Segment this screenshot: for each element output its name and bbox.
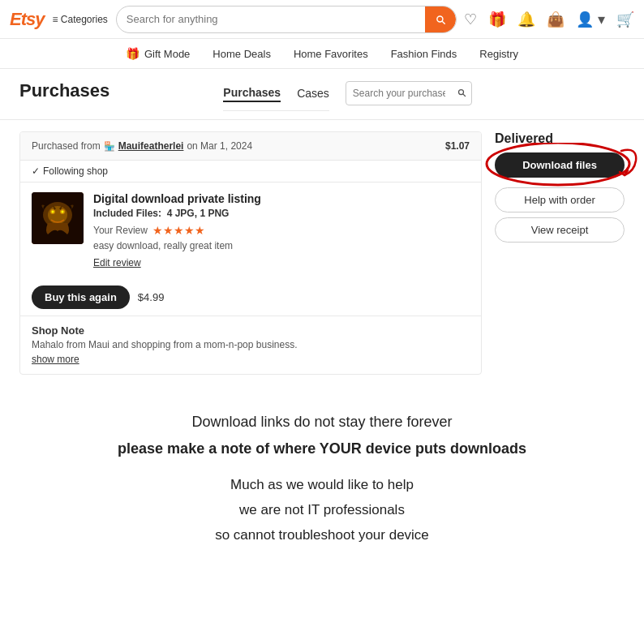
delivered-status: Delivered xyxy=(495,131,625,146)
buy-again-price: $4.99 xyxy=(138,291,165,303)
shop-note-label: Shop Note xyxy=(32,324,470,337)
purchased-from-label: Purchased from xyxy=(32,140,101,152)
help-with-order-button[interactable]: Help with order xyxy=(495,187,625,213)
search-submit-button[interactable] xyxy=(425,6,456,33)
search-input[interactable] xyxy=(117,13,425,25)
bottom-message: Download links do not stay there forever… xyxy=(0,386,644,573)
purchases-header: Purchases Purchases Cases xyxy=(0,69,644,120)
subnav-home-deals-label: Home Deals xyxy=(213,48,271,60)
cart-icon[interactable]: 🛒 xyxy=(616,11,634,28)
product-name: Digital download private listing xyxy=(93,192,470,205)
stars-display: ★★★★★ xyxy=(152,224,205,237)
main-content: Purchased from 🏪 Mauifeatherlei on Mar 1… xyxy=(0,120,644,386)
download-wrapper: Download files xyxy=(495,152,625,182)
subnav-registry[interactable]: Registry xyxy=(479,48,518,60)
following-label: Following shop xyxy=(43,165,108,177)
notification-icon[interactable]: 🔔 xyxy=(517,11,535,28)
search-bar xyxy=(116,6,457,33)
product-details: Digital download private listing Include… xyxy=(93,192,470,269)
svg-point-6 xyxy=(62,211,64,213)
wishlist-icon[interactable]: ♡ xyxy=(464,11,477,28)
order-from: Purchased from 🏪 Mauifeatherlei on Mar 1… xyxy=(32,140,252,152)
subnav-fashion-finds-label: Fashion Finds xyxy=(391,48,457,60)
shop-note: Shop Note Mahalo from Maui and shopping … xyxy=(20,316,481,374)
svg-point-5 xyxy=(52,211,54,213)
shop-note-text: Mahalo from Maui and shopping from a mom… xyxy=(32,339,470,350)
bottom-line2: please make a note of where YOUR device … xyxy=(49,437,595,461)
tab-cases[interactable]: Cases xyxy=(297,87,329,101)
bottom-line5: so cannot troubleshoot your device xyxy=(49,524,595,546)
sub-navigation: 🎁 Gift Mode Home Deals Home Favorites Fa… xyxy=(0,39,644,69)
checkmark-icon: ✓ xyxy=(32,165,40,177)
subnav-fashion-finds[interactable]: Fashion Finds xyxy=(391,48,457,60)
show-more-link[interactable]: show more xyxy=(32,354,79,365)
buy-again-button[interactable]: Buy this again xyxy=(32,286,130,309)
order-date: on Mar 1, 2024 xyxy=(187,140,252,152)
included-files-value: 4 JPG, 1 PNG xyxy=(167,208,230,219)
bottom-line1: Download links do not stay there forever xyxy=(49,410,595,434)
page-title: Purchases xyxy=(19,80,109,101)
gift-icon[interactable]: 🎁 xyxy=(488,11,506,28)
nav-icons: ♡ 🎁 🔔 👜 👤 ▾ 🛒 xyxy=(464,11,634,28)
subnav-gift-mode-label: Gift Mode xyxy=(144,48,190,60)
purchases-search-input[interactable] xyxy=(346,88,452,99)
subnav-home-favorites-label: Home Favorites xyxy=(294,48,368,60)
buy-again-row: Buy this again $4.99 xyxy=(20,279,481,316)
purchases-tabs: Purchases Cases xyxy=(223,86,329,111)
review-row: Your Review ★★★★★ xyxy=(93,224,470,237)
included-files-label: Included Files: xyxy=(93,208,161,219)
tab-purchases[interactable]: Purchases xyxy=(223,86,281,102)
purchases-search-bar xyxy=(346,81,472,105)
shop-icon: 🏪 xyxy=(104,141,115,152)
top-navigation: Etsy ≡ Categories ♡ 🎁 🔔 👜 👤 ▾ 🛒 xyxy=(0,0,644,39)
order-sidebar: Delivered Download files Help with order… xyxy=(495,131,625,375)
etsy-logo[interactable]: Etsy xyxy=(10,9,44,30)
view-receipt-button[interactable]: View receipt xyxy=(495,217,625,243)
order-header: Purchased from 🏪 Mauifeatherlei on Mar 1… xyxy=(20,132,481,161)
subnav-home-favorites[interactable]: Home Favorites xyxy=(294,48,368,60)
shop-name-link[interactable]: Mauifeatherlei xyxy=(118,140,184,152)
subnav-registry-label: Registry xyxy=(479,48,518,60)
order-price: $1.07 xyxy=(445,140,470,152)
gift-mode-icon: 🎁 xyxy=(126,47,140,60)
product-row: Digital download private listing Include… xyxy=(20,182,481,279)
download-files-button[interactable]: Download files xyxy=(495,152,625,178)
bottom-line3: Much as we would like to help xyxy=(49,474,595,496)
subnav-gift-mode[interactable]: 🎁 Gift Mode xyxy=(126,47,190,60)
bag-icon[interactable]: 👜 xyxy=(547,11,565,28)
svg-point-2 xyxy=(48,206,67,224)
included-files: Included Files: 4 JPG, 1 PNG xyxy=(93,208,470,219)
product-thumbnail xyxy=(32,192,84,244)
bottom-line4: we are not IT professionals xyxy=(49,499,595,521)
purchases-search-button[interactable] xyxy=(452,88,471,100)
order-card: Purchased from 🏪 Mauifeatherlei on Mar 1… xyxy=(19,131,482,375)
review-label: Your Review xyxy=(93,225,148,236)
edit-review-link[interactable]: Edit review xyxy=(93,257,141,268)
categories-button[interactable]: ≡ Categories xyxy=(52,14,107,25)
user-icon[interactable]: 👤 ▾ xyxy=(576,11,605,28)
subnav-home-deals[interactable]: Home Deals xyxy=(213,48,271,60)
following-row: ✓ Following shop xyxy=(20,161,481,182)
review-text: easy download, really great item xyxy=(93,240,470,251)
